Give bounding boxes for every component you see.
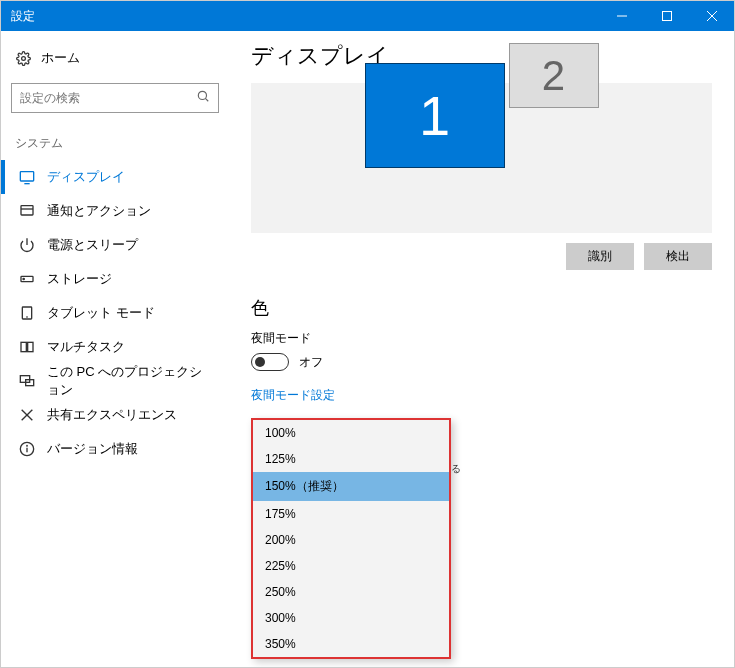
maximize-button[interactable] [644,1,689,31]
sidebar-item-label: タブレット モード [47,304,155,322]
sidebar-item-about[interactable]: バージョン情報 [11,432,219,466]
sidebar-item-label: バージョン情報 [47,440,138,458]
sidebar-item-projection[interactable]: この PC へのプロジェクション [11,364,219,398]
window-title: 設定 [11,8,35,25]
power-icon [19,237,35,253]
monitor-icon [19,169,35,185]
scale-option[interactable]: 350% [253,631,449,657]
sidebar-item-display[interactable]: ディスプレイ [11,160,219,194]
home-label: ホーム [41,49,80,67]
sidebar-item-notifications[interactable]: 通知とアクション [11,194,219,228]
notification-icon [19,203,35,219]
svg-rect-16 [21,342,26,351]
category-label: システム [15,135,215,152]
scale-dropdown-open: 100%125%150%（推奨）175%200%225%250%300%350% [251,418,451,659]
sidebar-item-power[interactable]: 電源とスリープ [11,228,219,262]
scale-option[interactable]: 225% [253,553,449,579]
svg-rect-9 [21,206,33,215]
home-button[interactable]: ホーム [11,43,219,73]
sidebar-item-label: 電源とスリープ [47,236,138,254]
color-heading: 色 [251,296,712,320]
svg-point-4 [21,56,25,60]
sidebar-item-multitask[interactable]: マルチタスク [11,330,219,364]
search-input[interactable] [20,91,196,105]
projection-icon [19,373,35,389]
minimize-button[interactable] [599,1,644,31]
search-box[interactable] [11,83,219,113]
scale-option[interactable]: 150%（推奨） [253,472,449,501]
sidebar: ホーム システム ディスプレイ 通知とアクション 電源とスリープ ストレージ タ… [1,31,229,667]
monitor-2[interactable]: 2 [509,43,599,108]
scale-option[interactable]: 250% [253,579,449,605]
scale-option[interactable]: 175% [253,501,449,527]
svg-rect-17 [28,342,33,351]
sidebar-item-label: ストレージ [47,270,112,288]
scale-option[interactable]: 200% [253,527,449,553]
truncated-text: る [451,462,461,476]
night-mode-label: 夜間モード [251,330,712,347]
storage-icon [19,271,35,287]
sidebar-item-label: 通知とアクション [47,202,151,220]
tablet-icon [19,305,35,321]
search-icon [196,89,210,107]
main-content: ディスプレイ 1 2 識別 検出 色 夜間モード オフ 夜間モード設定 る 10… [229,31,734,667]
scale-option[interactable]: 100% [253,420,449,446]
sidebar-item-tablet[interactable]: タブレット モード [11,296,219,330]
svg-line-6 [205,98,208,101]
toggle-state: オフ [299,354,323,371]
shared-icon [19,407,35,423]
svg-rect-1 [662,12,671,21]
svg-rect-7 [20,172,33,181]
sidebar-item-label: この PC へのプロジェクション [47,363,215,399]
sidebar-item-label: ディスプレイ [47,168,125,186]
close-button[interactable] [689,1,734,31]
scale-option[interactable]: 125% [253,446,449,472]
sidebar-item-storage[interactable]: ストレージ [11,262,219,296]
sidebar-item-label: 共有エクスペリエンス [47,406,177,424]
monitor-arrangement[interactable]: 1 2 [251,83,712,233]
monitor-1[interactable]: 1 [365,63,505,168]
sidebar-item-shared[interactable]: 共有エクスペリエンス [11,398,219,432]
svg-point-5 [198,91,206,99]
scale-option[interactable]: 300% [253,605,449,631]
multitask-icon [19,339,35,355]
title-bar: 設定 [1,1,734,31]
identify-button[interactable]: 識別 [566,243,634,270]
detect-button[interactable]: 検出 [644,243,712,270]
sidebar-item-label: マルチタスク [47,338,125,356]
svg-point-13 [23,278,24,279]
night-mode-settings-link[interactable]: 夜間モード設定 [251,387,335,404]
gear-icon [15,50,31,66]
svg-point-24 [27,445,28,446]
night-mode-toggle[interactable] [251,353,289,371]
info-icon [19,441,35,457]
